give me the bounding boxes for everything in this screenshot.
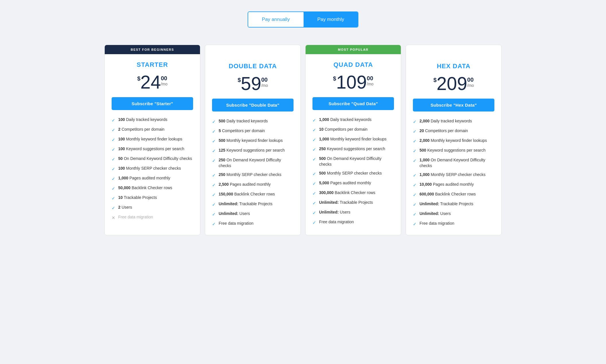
feature-num: 125 [219,148,225,152]
plan-price-double-data: $ 59 00 /mo [212,75,294,93]
check-icon: ✓ [212,201,216,208]
price-mo-double-data: /mo [261,83,268,88]
feature-num: 1,000 [319,117,329,122]
feature-num: 600,000 [419,192,434,196]
price-cents-quad-data: 00 [367,75,373,82]
feature-num: 1,000 [118,176,128,180]
feature-label: Monthly SERP checker checks [430,172,485,177]
feature-num: 20 [419,128,424,133]
feature-text: Unlimited: Users [419,211,451,217]
check-icon: ✓ [312,156,316,162]
feature-text: 250 Monthly SERP checker checks [219,172,281,178]
pay-annually-button[interactable]: Pay annually [248,12,304,27]
plan-price-hex-data: $ 209 00 /mo [413,75,494,93]
feature-num: 250 [219,172,225,177]
feature-text: 500 Monthly SERP checker checks [319,171,382,176]
feature-label: Trackable Projects [439,201,473,206]
feature-item: ✓2,000 Monthly keyword finder lookups [413,138,494,144]
feature-item: ✓Free data migration [212,221,294,227]
subscribe-button-double-data[interactable]: Subscribe "Double Data" [212,99,294,111]
feature-item: ✓Unlimited: Trackable Projects [312,200,394,206]
feature-num: Unlimited: [219,201,238,206]
plan-card-hex-data: HEX DATA $ 209 00 /mo Subscribe "Hex Dat… [406,45,502,235]
feature-num: 2,000 [419,138,430,143]
feature-item: ✓Unlimited: Users [413,211,494,217]
cross-icon: ✕ [112,215,115,221]
feature-num: 100 [118,137,125,141]
feature-num: 500 [219,138,225,143]
price-amount-quad-data: 109 [336,73,367,91]
check-icon: ✓ [312,220,316,226]
feature-item: ✓250 On Demand Keyword Difficulty checks [212,157,294,169]
check-icon: ✓ [212,128,216,134]
feature-label: Keyword suggestions per search [326,146,385,151]
feature-text: 10 Trackable Projects [118,195,157,201]
billing-toggle: Pay annually Pay monthly [6,11,600,28]
features-list-quad-data: ✓1,000 Daily tracked keywords✓10 Competi… [312,117,394,226]
check-icon: ✓ [312,117,316,123]
feature-num: 100 [118,166,125,171]
feature-label: Free data migration [419,221,454,226]
feature-text: 1,000 Monthly SERP checker checks [419,172,485,178]
feature-text: 1,000 On Demand Keyword Difficulty check… [419,157,494,169]
price-mo-hex-data: /mo [467,83,474,88]
check-icon: ✓ [112,146,115,152]
feature-item: ✓Unlimited: Trackable Projects [413,201,494,208]
feature-label: Pages audited monthly [329,181,371,185]
feature-text: 500 Daily tracked keywords [219,118,268,124]
pay-monthly-button[interactable]: Pay monthly [304,12,358,27]
price-dollar-quad-data: $ [333,75,336,82]
feature-num: 250 [319,146,326,151]
check-icon: ✓ [212,172,216,178]
plan-name-starter: STARTER [112,61,193,69]
feature-text: 500 Monthly keyword finder lookups [219,138,283,144]
subscribe-button-quad-data[interactable]: Subscribe "Quad Data" [312,97,394,110]
check-icon: ✓ [212,211,216,217]
feature-label: Backlink Checker rows [131,185,172,190]
feature-num: Unlimited: [419,201,439,206]
feature-label: Free data migration [118,215,153,219]
check-icon: ✓ [413,172,417,178]
feature-item: ✓150,000 Backlink Checker rows [212,191,294,198]
feature-text: 2,000 Monthly keyword finder lookups [419,138,487,144]
check-icon: ✓ [413,158,417,164]
feature-text: 1,000 Monthly keyword finder lookups [319,136,386,142]
feature-label: Competitors per domain [121,127,164,132]
check-icon: ✓ [212,221,216,227]
features-list-hex-data: ✓2,000 Daily tracked keywords✓20 Competi… [413,118,494,227]
price-mo-quad-data: /mo [367,82,373,86]
check-icon: ✓ [212,148,216,154]
feature-num: 2 [118,205,121,210]
feature-label: Daily tracked keywords [125,117,167,122]
feature-text: 100 Monthly SERP checker checks [118,166,181,171]
check-icon: ✓ [413,182,417,188]
price-mo-starter: /mo [161,82,167,86]
subscribe-button-hex-data[interactable]: Subscribe "Hex Data" [413,99,494,111]
feature-label: Monthly SERP checker checks [326,171,382,175]
feature-label: Trackable Projects [123,195,157,200]
feature-num: 250 [219,158,225,162]
feature-item: ✓50,000 Backlink Checker rows [112,185,193,191]
feature-text: 50 On Demand Keyword Difficulty checks [118,156,192,162]
feature-text: 2 Competitors per domain [118,127,164,132]
check-icon: ✓ [413,119,417,125]
feature-item: ✓1,000 Monthly keyword finder lookups [312,136,394,143]
feature-label: On Demand Keyword Difficulty checks [123,156,192,161]
feature-item: ✓10 Trackable Projects [112,195,193,201]
feature-label: Trackable Projects [339,200,373,205]
feature-num: Unlimited: [319,210,339,214]
feature-num: 50 [118,156,123,161]
feature-num: 500 [319,156,326,161]
feature-text: 2 Users [118,205,132,210]
feature-text: 20 Competitors per domain [419,128,468,134]
features-list-starter: ✓100 Daily tracked keywords✓2 Competitor… [112,117,193,221]
feature-item: ✓10 Competitors per domain [312,127,394,133]
check-icon: ✓ [112,176,115,182]
feature-label: Users [121,205,132,210]
feature-text: 100 Daily tracked keywords [118,117,167,123]
feature-text: 500 On Demand Keyword Difficulty checks [319,156,394,167]
feature-label: Competitors per domain [221,128,265,133]
feature-num: 150,000 [219,192,233,196]
plan-price-quad-data: $ 109 00 /mo [312,73,394,91]
subscribe-button-starter[interactable]: Subscribe "Starter" [112,97,193,110]
